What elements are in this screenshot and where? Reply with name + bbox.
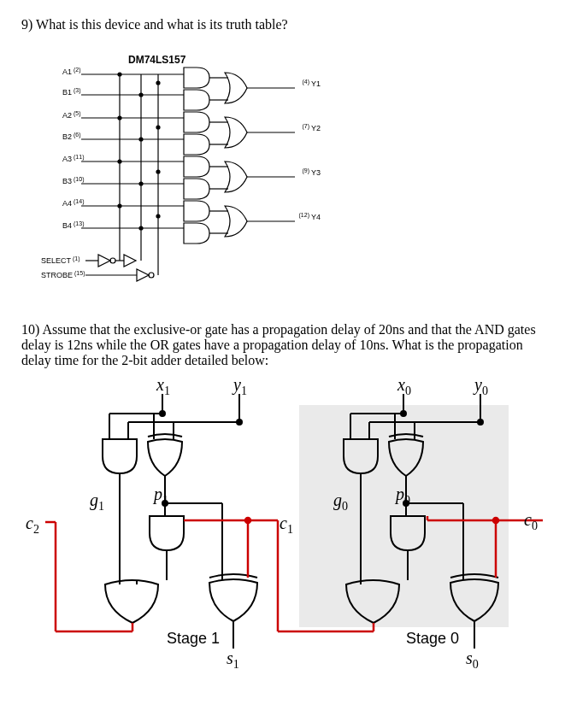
svg-point-61 [160, 411, 165, 416]
svg-point-32 [139, 138, 143, 141]
label-x1: x1 [156, 375, 170, 398]
question-10: 10) Assume that the exclusive-or gate ha… [21, 322, 550, 368]
pin-b2: B2(6) [62, 132, 83, 141]
pin-strobe: STROBE(15) [41, 271, 86, 279]
pin-select: SELECT(1) [41, 256, 82, 265]
svg-point-37 [118, 204, 121, 208]
mux-schematic: A1(2) B1(3) A2(5) B2(6) A3(11) B3(10) A4… [38, 66, 329, 305]
pin-a4: A4(14) [62, 199, 85, 208]
svg-point-34 [118, 160, 121, 163]
q10-number: 10) [21, 322, 39, 337]
svg-point-35 [139, 182, 143, 185]
svg-point-29 [139, 93, 143, 97]
svg-point-39 [156, 214, 160, 218]
pin-a2: A2(5) [62, 111, 83, 120]
svg-point-79 [401, 411, 406, 416]
pin-y1: (4)Y1 [300, 79, 321, 88]
label-y1: y1 [233, 375, 247, 398]
svg-point-84 [493, 518, 498, 523]
q9-text: What is this device and what is its trut… [36, 17, 288, 32]
q9-number: 9) [21, 17, 32, 32]
label-g0: g0 [333, 490, 348, 514]
adder-schematic: x1 y1 x0 y0 g1 p1 g0 p0 c2 c1 c0 Stage 1… [21, 375, 551, 666]
pin-b4: B4(13) [62, 221, 85, 230]
svg-point-90 [245, 518, 250, 523]
label-g1: g1 [90, 490, 104, 514]
label-stage0: Stage 0 [406, 630, 459, 648]
label-p0: p0 [396, 484, 410, 508]
question-9: 9) What is this device and what is its t… [21, 17, 550, 32]
svg-point-62 [237, 420, 242, 425]
label-y0: y0 [474, 375, 488, 398]
pin-y3: (9)Y3 [300, 168, 321, 177]
svg-point-33 [156, 126, 160, 129]
svg-point-80 [478, 420, 483, 425]
label-x0: x0 [397, 375, 411, 398]
label-p1: p1 [154, 484, 168, 508]
pin-a3: A3(11) [62, 155, 85, 163]
svg-point-30 [156, 81, 160, 85]
label-s0: s0 [466, 649, 479, 672]
pin-a1: A1(2) [62, 68, 83, 76]
pin-b1: B1(3) [62, 88, 83, 97]
label-s1: s1 [227, 649, 239, 672]
label-stage1: Stage 1 [167, 630, 220, 648]
label-c2: c2 [26, 514, 39, 537]
q10-text: Assume that the exclusive-or gate has a … [21, 322, 536, 367]
label-c0: c0 [524, 510, 538, 533]
chip-part-number: DM74LS157 [128, 54, 550, 66]
svg-point-31 [118, 116, 121, 120]
pin-b3: B3(10) [62, 177, 85, 185]
svg-point-38 [139, 226, 143, 230]
svg-point-36 [156, 170, 160, 173]
svg-point-28 [118, 73, 121, 76]
pin-y4: (12)Y4 [297, 213, 321, 221]
label-c1: c1 [280, 514, 293, 537]
pin-y2: (7)Y2 [300, 124, 321, 132]
